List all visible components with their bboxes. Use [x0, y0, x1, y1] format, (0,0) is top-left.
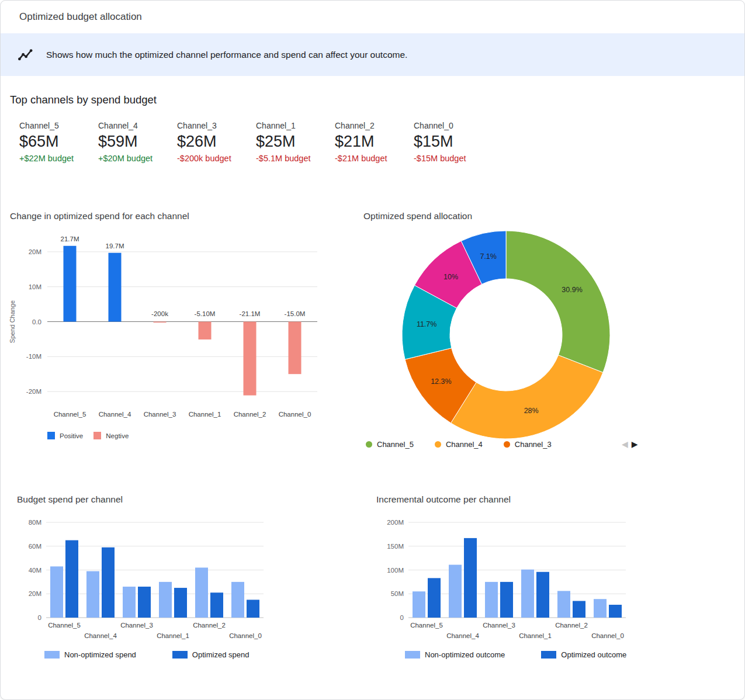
report-header: Optimized budget allocation: [1, 1, 744, 33]
chart-label: Channel_0: [591, 632, 624, 639]
chart-label: 60M: [29, 543, 41, 550]
legend-swatch: [366, 441, 372, 448]
legend-swatch: [172, 651, 188, 659]
chart-label: Spend Change: [9, 300, 16, 343]
chart-label: 10M: [29, 283, 41, 290]
channel-card-delta: -$5.1M budget: [256, 154, 335, 163]
channel-card: Channel_5$65M+$22M budget: [19, 121, 98, 163]
channel-card-delta: -$15M budget: [414, 154, 493, 163]
channel-card-name: Channel_4: [98, 121, 177, 130]
channel-card: Channel_1$25M-$5.1M budget: [256, 121, 335, 163]
chart-label: Channel_1: [189, 411, 221, 418]
previous-page-icon[interactable]: ◀: [622, 439, 628, 449]
chart-label: Channel_0: [279, 411, 311, 418]
chart-label: 12.3%: [431, 377, 451, 386]
channel-card-value: $59M: [98, 133, 177, 151]
chart-label: Channel_5: [48, 622, 81, 629]
chart-label: Channel_4: [84, 632, 117, 639]
channel-card-value: $26M: [177, 133, 256, 151]
channel-card-name: Channel_2: [335, 121, 414, 130]
chart-label: 0: [400, 614, 404, 621]
channel-card-value: $15M: [414, 133, 493, 151]
chart-label: Channel_3: [120, 622, 153, 629]
bar-Channel_3: [123, 587, 136, 618]
chart-label: -15.0M: [285, 310, 306, 317]
channel-card-delta: +$20M budget: [98, 154, 177, 163]
budget-spend-chart: 020M40M60M80MChannel_5Channel_4Channel_3…: [10, 514, 276, 643]
bar-Channel_5: [428, 578, 441, 618]
bar-Channel_0: [594, 599, 607, 618]
bar-Channel_5: [413, 591, 425, 618]
bar-Channel_0: [289, 322, 302, 375]
channel-card: Channel_4$59M+$20M budget: [98, 121, 177, 163]
bar-Channel_2: [244, 322, 257, 396]
bar-Channel_0: [247, 599, 259, 618]
bar-Channel_1: [174, 588, 187, 618]
legend-swatch: [435, 441, 441, 448]
chart-label: Channel_4: [446, 632, 479, 639]
legend-item: Channel_4: [435, 440, 483, 449]
channel-card-delta: -$21M budget: [335, 154, 414, 163]
chart-label: 11.7%: [417, 320, 437, 328]
chart-label: 30.9%: [562, 286, 582, 294]
chart-label: Channel_2: [555, 622, 588, 629]
bar-Channel_5: [64, 246, 77, 322]
chart-label: 50M: [391, 590, 404, 597]
budget-spend-title: Budget spend per channel: [17, 494, 123, 505]
channel-cards: Channel_5$65M+$22M budgetChannel_4$59M+$…: [19, 121, 493, 163]
spend-change-title: Change in optimized spend for each chann…: [10, 211, 189, 221]
bar-Channel_0: [231, 582, 244, 618]
chart-label: Channel_3: [144, 411, 176, 418]
chart-label: -200k: [151, 310, 168, 317]
top-channels-title: Top channels by spend budget: [10, 93, 157, 106]
chart-label: 0.0: [32, 318, 41, 325]
legend-swatch: [93, 432, 101, 439]
channel-card: Channel_3$26M-$200k budget: [177, 121, 256, 163]
chart-label: 19.7M: [106, 242, 124, 249]
legend-swatch: [405, 651, 420, 659]
next-page-icon[interactable]: ▶: [632, 439, 638, 449]
chart-label: 200M: [387, 519, 404, 526]
donut-legend-pagination: ◀ ▶: [622, 439, 638, 449]
legend-label: Negtive: [106, 432, 129, 439]
bar-Channel_4: [464, 538, 477, 618]
incremental-outcome-chart: 050M100M150M200MChannel_5Channel_4Channe…: [369, 514, 637, 643]
chart-label: -5.10M: [195, 310, 216, 317]
chart-label: 21.7M: [61, 235, 79, 242]
legend-label: Optimized spend: [192, 650, 250, 659]
bar-Channel_5: [65, 540, 78, 618]
banner-text: Shows how much the optimized channel per…: [46, 50, 407, 60]
chart-label: 20M: [29, 590, 41, 597]
chart-label: Channel_1: [157, 632, 189, 639]
bar-Channel_4: [102, 547, 115, 618]
legend-item: Negtive: [93, 432, 129, 439]
legend-label: Optimized outcome: [561, 650, 626, 659]
donut-slice-Channel_4: [451, 355, 603, 439]
donut-slice-Channel_5: [506, 231, 610, 372]
legend-label: Non-optimized outcome: [425, 650, 505, 659]
chart-label: Channel_5: [54, 411, 86, 418]
channel-card: Channel_2$21M-$21M budget: [335, 121, 414, 163]
channel-card-value: $25M: [256, 133, 335, 151]
legend-item: Non-optimized outcome: [405, 650, 505, 659]
bar-Channel_4: [86, 571, 99, 618]
chart-label: 100M: [387, 567, 404, 574]
bar-Channel_3: [500, 582, 513, 618]
channel-card: Channel_0$15M-$15M budget: [414, 121, 493, 163]
bar-Channel_1: [536, 572, 549, 618]
spend-change-chart: 20M10M0.0-10M-20M21.7MChannel_519.7MChan…: [5, 224, 325, 425]
chart-label: Channel_0: [229, 632, 262, 639]
legend-item: Optimized outcome: [541, 650, 626, 659]
chart-label: 80M: [29, 519, 41, 526]
bar-Channel_2: [573, 601, 585, 618]
chart-label: 7.1%: [480, 252, 497, 261]
bar-Channel_1: [521, 570, 534, 618]
chart-label: Channel_2: [234, 411, 266, 418]
channel-card-value: $21M: [335, 133, 414, 151]
bar-Channel_2: [210, 592, 223, 618]
legend-label: Channel_5: [377, 440, 414, 449]
bar-Channel_4: [109, 253, 122, 322]
info-banner: Shows how much the optimized channel per…: [1, 33, 744, 76]
bar-Channel_2: [557, 591, 570, 618]
chart-label: -21.1M: [240, 310, 261, 317]
